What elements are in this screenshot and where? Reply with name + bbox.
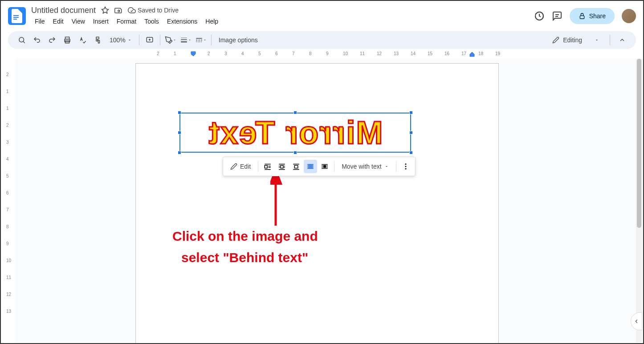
history-icon[interactable] xyxy=(534,11,545,21)
comment-icon[interactable] xyxy=(552,11,562,21)
menu-edit[interactable]: Edit xyxy=(49,16,67,27)
paint-format-icon[interactable] xyxy=(91,33,104,47)
image-options-button[interactable]: Image options xyxy=(215,35,261,45)
svg-rect-59 xyxy=(323,165,326,168)
vertical-scrollbar[interactable] xyxy=(636,59,642,342)
editing-mode-button[interactable]: Editing xyxy=(547,34,604,46)
toolbar: 100% Image options Editing xyxy=(8,31,636,49)
move-with-text-label: Move with text xyxy=(342,163,381,170)
collapse-toolbar-icon[interactable] xyxy=(615,33,629,47)
menu-file[interactable]: File xyxy=(31,16,49,27)
scroll-thumb[interactable] xyxy=(637,59,641,228)
separator xyxy=(334,161,334,172)
page: Mirror Text xyxy=(135,63,499,343)
svg-rect-19 xyxy=(196,38,202,39)
menu-view[interactable]: View xyxy=(68,16,89,27)
svg-rect-46 xyxy=(294,166,298,168)
svg-rect-16 xyxy=(181,38,187,38)
svg-rect-7 xyxy=(580,16,584,19)
wrap-text-icon[interactable] xyxy=(275,160,289,173)
svg-rect-2 xyxy=(13,19,17,20)
document-title[interactable]: Untitled document xyxy=(31,6,96,15)
ruler-h-tick: 7 xyxy=(292,51,295,56)
menu-format[interactable]: Format xyxy=(113,16,140,27)
edit-label: Edit xyxy=(240,163,251,170)
horizontal-ruler[interactable]: 2112345678910111213141516171819 xyxy=(15,51,635,58)
svg-rect-39 xyxy=(281,166,283,168)
svg-rect-49 xyxy=(307,164,314,165)
resize-handle-tm[interactable] xyxy=(293,111,297,114)
resize-handle-ml[interactable] xyxy=(178,131,181,134)
svg-rect-24 xyxy=(198,41,199,42)
main-area: 2112345678910111213 Mirror Text xyxy=(1,59,643,343)
star-icon[interactable] xyxy=(101,6,109,14)
user-avatar[interactable] xyxy=(622,9,636,23)
resize-handle-tl[interactable] xyxy=(178,111,181,114)
toolbar-right: Editing xyxy=(547,33,629,47)
resize-handle-mr[interactable] xyxy=(409,131,413,134)
svg-point-8 xyxy=(19,37,24,42)
svg-point-60 xyxy=(405,163,406,165)
menu-insert[interactable]: Insert xyxy=(90,16,112,27)
app-header: Untitled document Saved to Drive File Ed… xyxy=(1,1,643,28)
svg-rect-38 xyxy=(279,164,285,165)
move-with-text-button[interactable]: Move with text xyxy=(337,160,393,173)
border-color-icon[interactable] xyxy=(164,33,177,47)
svg-rect-0 xyxy=(13,15,19,16)
svg-rect-56 xyxy=(322,167,323,168)
add-comment-icon[interactable] xyxy=(143,33,156,47)
selected-image[interactable]: Mirror Text xyxy=(179,113,411,153)
border-dash-icon[interactable] xyxy=(194,33,208,47)
ruler-h-tick: 3 xyxy=(224,51,227,56)
saved-status-text: Saved to Drive xyxy=(138,7,179,14)
ruler-h-tick: 2 xyxy=(208,51,210,56)
zoom-select[interactable]: 100% xyxy=(106,35,135,45)
menu-tools[interactable]: Tools xyxy=(141,16,163,27)
edit-button[interactable]: Edit xyxy=(226,160,255,173)
svg-rect-51 xyxy=(307,167,314,168)
in-front-text-icon[interactable] xyxy=(318,160,331,173)
left-indent-marker[interactable] xyxy=(191,51,196,57)
pencil-icon xyxy=(552,36,559,44)
more-options-icon[interactable] xyxy=(399,160,412,173)
right-indent-marker[interactable] xyxy=(469,51,475,57)
docs-logo-icon[interactable] xyxy=(8,7,26,25)
header-right: Share xyxy=(534,8,636,24)
ruler-v-tick: 11 xyxy=(6,275,11,280)
ruler-h-tick: 11 xyxy=(360,51,365,56)
resize-handle-bm[interactable] xyxy=(293,151,297,154)
search-icon[interactable] xyxy=(15,33,29,47)
undo-icon[interactable] xyxy=(30,33,44,47)
share-button[interactable]: Share xyxy=(570,8,615,24)
resize-handle-tr[interactable] xyxy=(409,111,413,114)
cloud-icon xyxy=(128,6,136,14)
document-canvas[interactable]: Mirror Text xyxy=(15,59,643,343)
vertical-ruler[interactable]: 2112345678910111213 xyxy=(1,59,15,343)
svg-rect-41 xyxy=(284,166,285,167)
svg-rect-45 xyxy=(293,164,299,165)
ruler-v-tick: 3 xyxy=(6,140,9,145)
inline-wrap-icon[interactable] xyxy=(261,160,274,173)
border-weight-icon[interactable] xyxy=(179,33,192,47)
svg-rect-54 xyxy=(322,166,323,166)
spellcheck-icon[interactable] xyxy=(76,33,89,47)
chevron-down-icon xyxy=(384,164,389,169)
saved-status[interactable]: Saved to Drive xyxy=(128,6,179,14)
svg-line-9 xyxy=(23,41,25,43)
svg-rect-42 xyxy=(279,167,280,168)
menu-extensions[interactable]: Extensions xyxy=(163,16,201,27)
ruler-v-tick: 5 xyxy=(6,174,9,178)
break-text-icon[interactable] xyxy=(289,160,303,173)
redo-icon[interactable] xyxy=(45,33,59,47)
resize-handle-bl[interactable] xyxy=(178,151,181,154)
resize-handle-br[interactable] xyxy=(409,151,413,154)
ruler-v-tick: 4 xyxy=(6,157,9,162)
ruler-v-tick: 8 xyxy=(6,224,9,229)
ruler-v-tick: 7 xyxy=(6,207,9,212)
separator xyxy=(610,35,610,45)
print-icon[interactable] xyxy=(61,33,74,47)
title-area: Untitled document Saved to Drive File Ed… xyxy=(31,6,534,27)
behind-text-icon[interactable] xyxy=(304,160,317,173)
menu-help[interactable]: Help xyxy=(202,16,222,27)
move-icon[interactable] xyxy=(114,6,122,14)
